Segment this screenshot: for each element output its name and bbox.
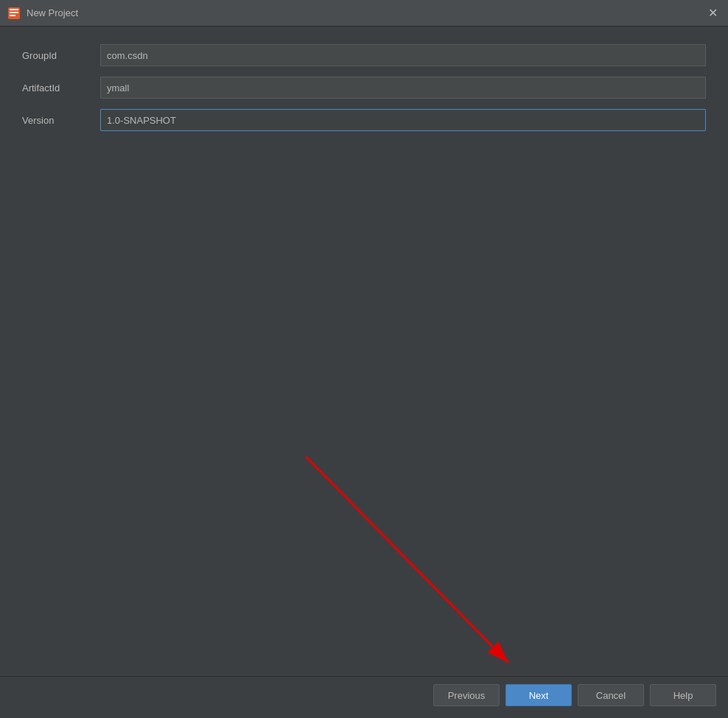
- content-spacer: [22, 131, 706, 664]
- version-input[interactable]: [100, 109, 706, 131]
- groupid-input[interactable]: [100, 44, 706, 66]
- previous-button[interactable]: Previous: [433, 684, 500, 706]
- help-button[interactable]: Help: [650, 684, 716, 706]
- artifactid-input[interactable]: [100, 77, 706, 99]
- groupid-row: GroupId: [22, 44, 706, 66]
- groupid-label: GroupId: [22, 50, 88, 61]
- next-button[interactable]: Next: [505, 684, 572, 706]
- artifactid-row: ArtifactId: [22, 77, 706, 99]
- close-button[interactable]: ✕: [704, 5, 721, 21]
- svg-rect-1: [10, 12, 18, 13]
- artifactid-label: ArtifactId: [22, 82, 88, 94]
- dialog-content: GroupId ArtifactId Version: [0, 27, 728, 676]
- title-bar-left: New Project: [7, 7, 78, 20]
- window-title: New Project: [27, 7, 78, 18]
- title-bar: New Project ✕: [0, 0, 728, 27]
- new-project-dialog: New Project ✕ GroupId ArtifactId Version: [0, 0, 728, 718]
- svg-rect-3: [10, 9, 18, 10]
- form-area: GroupId ArtifactId Version: [22, 44, 706, 131]
- dialog-footer: Previous Next Cancel Help: [0, 676, 728, 718]
- version-row: Version: [22, 109, 706, 131]
- version-label: Version: [22, 115, 88, 126]
- svg-rect-2: [10, 15, 15, 16]
- cancel-button[interactable]: Cancel: [578, 684, 644, 706]
- app-icon: [7, 7, 21, 20]
